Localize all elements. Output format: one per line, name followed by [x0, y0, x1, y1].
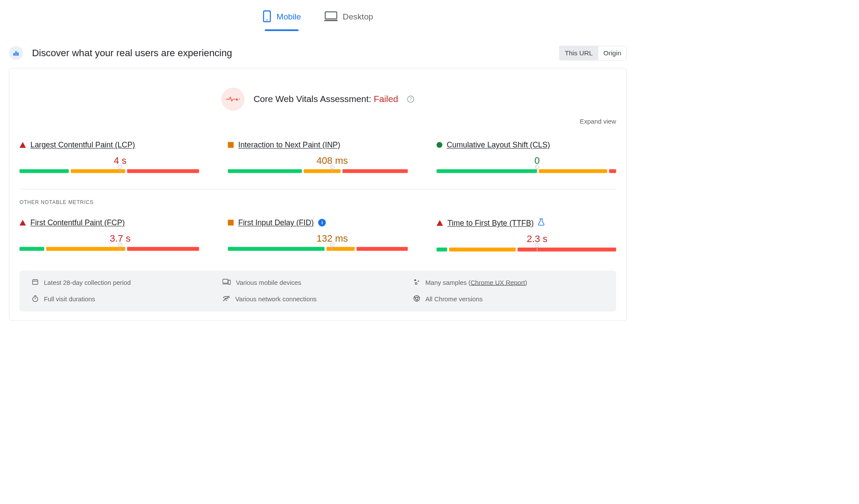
scope-this-url[interactable]: This URL — [560, 46, 598, 61]
svg-rect-6 — [17, 52, 19, 55]
svg-point-18 — [418, 281, 419, 282]
bar-good-segment — [436, 169, 537, 173]
bar-poor-segment — [357, 247, 408, 251]
poor-triangle-icon — [436, 220, 443, 226]
footer-samples-suffix: ) — [525, 279, 527, 286]
footer-versions-text: All Chrome versions — [425, 296, 482, 303]
stopwatch-icon — [32, 295, 38, 304]
good-circle-icon — [436, 142, 442, 148]
tab-mobile[interactable]: Mobile — [260, 7, 303, 31]
metric-fcp: First Contentful Paint (FCP) 3.7 s — [19, 218, 199, 252]
bar-good-segment — [228, 169, 302, 173]
assessment-label: Core Web Vitals Assessment: — [253, 94, 371, 104]
bar-marker — [330, 242, 334, 247]
footer-devices: Various mobile devices — [222, 278, 413, 287]
svg-marker-7 — [236, 98, 238, 100]
bar-marker — [535, 165, 539, 169]
chrome-ux-report-link[interactable]: Chrome UX Report — [471, 279, 525, 286]
metric-inp-bar — [228, 169, 407, 173]
footer-samples-prefix: Many samples ( — [425, 279, 470, 286]
metric-cls-bar — [436, 169, 616, 173]
bar-avg-segment — [71, 169, 125, 173]
bar-avg-segment — [538, 169, 607, 173]
footer-samples: Many samples (Chrome UX Report) — [413, 278, 604, 287]
section-title: Discover what your real users are experi… — [32, 48, 232, 58]
footer-connections-text: Various network connections — [235, 296, 317, 303]
field-data-card: Core Web Vitals Assessment: Failed ? Exp… — [9, 68, 627, 321]
poor-triangle-icon — [19, 220, 26, 225]
scope-toggle: This URL Origin — [559, 46, 627, 61]
metric-ttfb: Time to First Byte (TTFB) 2.3 s — [436, 218, 616, 252]
mobile-icon — [263, 10, 272, 23]
bar-poor-segment — [127, 169, 199, 173]
bar-avg-segment — [46, 247, 125, 251]
footer-collection-period: Latest 28-day collection period — [32, 278, 222, 287]
bar-marker — [118, 242, 122, 247]
metric-lcp-bar — [19, 169, 199, 173]
tab-desktop-label: Desktop — [343, 12, 373, 22]
svg-rect-15 — [228, 280, 231, 284]
network-icon — [222, 295, 230, 303]
help-icon[interactable]: ? — [407, 96, 414, 102]
footer-connections: Various network connections — [222, 295, 413, 304]
svg-rect-4 — [13, 53, 15, 56]
bar-good-segment — [436, 248, 447, 252]
bar-avg-segment — [327, 247, 355, 251]
svg-point-17 — [414, 279, 416, 281]
bar-good-segment — [19, 169, 69, 173]
device-tabs: Mobile Desktop — [9, 0, 627, 31]
section-header: Discover what your real users are experi… — [9, 46, 627, 61]
assessment-row: Core Web Vitals Assessment: Failed ? — [19, 88, 616, 111]
svg-rect-1 — [266, 20, 268, 21]
metric-cls: Cumulative Layout Shift (CLS) 0 — [436, 140, 616, 173]
other-metrics-heading: OTHER NOTABLE METRICS — [19, 200, 616, 205]
metric-fid-title[interactable]: First Input Delay (FID) — [238, 218, 314, 227]
assessment-status-icon — [221, 88, 244, 111]
devices-icon — [222, 278, 231, 287]
assessment-status: Failed — [374, 94, 398, 104]
footer-period-text: Latest 28-day collection period — [44, 279, 131, 286]
bar-good-segment — [19, 247, 44, 251]
poor-triangle-icon — [19, 142, 26, 148]
metric-fid: First Input Delay (FID) i 132 ms — [228, 218, 407, 252]
info-icon[interactable]: i — [318, 219, 326, 226]
metric-fid-bar — [228, 247, 407, 251]
metric-fcp-bar — [19, 247, 199, 251]
bar-poor-segment — [518, 248, 616, 252]
svg-point-23 — [226, 300, 227, 301]
metric-lcp-title[interactable]: Largest Contentful Paint (LCP) — [30, 140, 135, 150]
bar-marker — [330, 165, 334, 169]
tab-desktop[interactable]: Desktop — [322, 7, 375, 31]
footer-durations-text: Full visit durations — [44, 296, 95, 303]
svg-rect-10 — [32, 280, 38, 284]
bar-avg-segment — [449, 248, 516, 252]
core-web-vitals-metrics: Largest Contentful Paint (LCP) 4 s Inter… — [19, 140, 616, 173]
svg-rect-14 — [223, 279, 228, 283]
avg-square-icon — [228, 142, 234, 148]
metric-ttfb-bar — [436, 248, 616, 252]
svg-point-19 — [415, 282, 417, 284]
metric-inp-title[interactable]: Interaction to Next Paint (INP) — [238, 140, 340, 150]
bar-good-segment — [228, 247, 325, 251]
bar-poor-segment — [343, 169, 407, 173]
divider — [19, 189, 616, 189]
footer-samples-text: Many samples (Chrome UX Report) — [425, 279, 527, 286]
bar-avg-segment — [304, 169, 340, 173]
calendar-icon — [32, 278, 38, 287]
svg-rect-8 — [239, 99, 240, 99]
experimental-flask-icon[interactable] — [538, 218, 545, 228]
bar-marker — [535, 243, 539, 247]
svg-rect-5 — [16, 51, 17, 55]
assessment-text: Core Web Vitals Assessment: Failed — [253, 94, 398, 105]
svg-rect-2 — [325, 12, 337, 19]
chrome-icon — [413, 295, 420, 303]
avg-square-icon — [228, 220, 234, 225]
bar-marker — [118, 165, 122, 169]
expand-view-link[interactable]: Expand view — [19, 118, 616, 125]
metric-ttfb-title[interactable]: Time to First Byte (TTFB) — [447, 218, 534, 227]
desktop-icon — [324, 11, 337, 22]
metric-cls-title[interactable]: Cumulative Layout Shift (CLS) — [447, 140, 550, 150]
scope-origin[interactable]: Origin — [598, 46, 626, 61]
tab-mobile-label: Mobile — [276, 12, 301, 22]
metric-fcp-title[interactable]: First Contentful Paint (FCP) — [30, 218, 125, 227]
